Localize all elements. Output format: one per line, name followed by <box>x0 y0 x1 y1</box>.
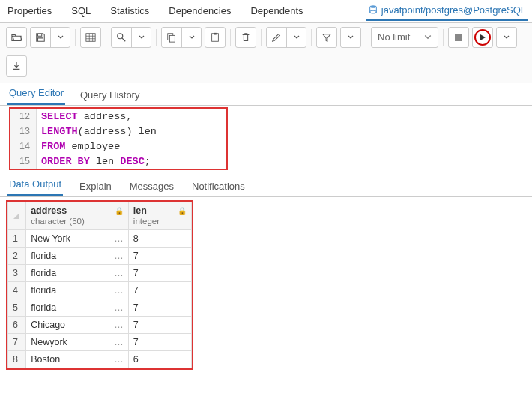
find-button[interactable] <box>111 27 151 48</box>
row-number[interactable]: 8 <box>8 351 26 368</box>
cell-len[interactable]: 7 <box>128 316 191 334</box>
save-dropdown[interactable] <box>50 28 70 47</box>
tab-query-history[interactable]: Query History <box>79 86 141 105</box>
cell-address[interactable]: Chicago… <box>26 316 129 334</box>
tab-query-editor[interactable]: Query Editor <box>7 83 65 105</box>
chevron-down-icon <box>424 34 432 41</box>
cell-len[interactable]: 7 <box>128 248 191 265</box>
table-row[interactable]: 4florida…7 <box>8 282 192 299</box>
lock-icon: 🔒 <box>115 207 124 215</box>
line-number: 14 <box>10 139 37 154</box>
tab-statistics[interactable]: Statistics <box>107 2 152 20</box>
main-tab-bar: Properties SQL Statistics Dependencies D… <box>0 0 532 22</box>
code-text[interactable]: ORDER BY len DESC; <box>37 156 151 167</box>
copy-button[interactable] <box>161 27 202 48</box>
table-row[interactable]: 5florida…7 <box>8 299 192 316</box>
pencil-icon[interactable] <box>267 28 286 47</box>
row-number[interactable]: 7 <box>8 334 26 351</box>
database-icon <box>368 4 378 15</box>
connection-label: javatpoint/postgres@PostgreSQL <box>381 4 526 16</box>
cell-address[interactable]: florida… <box>26 282 129 299</box>
delete-button[interactable] <box>235 27 256 48</box>
table-row[interactable]: 6Chicago…7 <box>8 316 192 334</box>
tab-explain[interactable]: Explain <box>78 177 113 196</box>
svg-point-1 <box>369 10 376 14</box>
code-text[interactable]: LENGTH(address) len <box>37 126 157 137</box>
cell-address[interactable]: florida… <box>26 248 129 265</box>
code-text[interactable]: FROM employee <box>37 141 120 152</box>
cell-address[interactable]: New York… <box>26 230 129 248</box>
editor-line[interactable]: 14FROM employee <box>10 139 226 154</box>
cell-address[interactable]: florida… <box>26 265 129 282</box>
cell-len[interactable]: 7 <box>128 265 191 282</box>
svg-point-0 <box>369 5 376 8</box>
save-button[interactable] <box>30 27 70 48</box>
stop-button[interactable] <box>448 27 469 48</box>
editor-line[interactable]: 13LENGTH(address) len <box>10 124 226 139</box>
edit-dropdown[interactable] <box>286 28 306 47</box>
tab-messages[interactable]: Messages <box>128 177 175 196</box>
row-number[interactable]: 1 <box>8 230 26 248</box>
corner-cell[interactable] <box>8 202 26 230</box>
edit-grid-button[interactable] <box>80 27 101 48</box>
cell-len[interactable]: 7 <box>128 334 191 351</box>
table-row[interactable]: 7Newyork…7 <box>8 334 192 351</box>
row-number[interactable]: 6 <box>8 316 26 334</box>
tab-connection[interactable]: javatpoint/postgres@PostgreSQL <box>366 2 528 21</box>
sql-editor-highlight: 12SELECT address,13LENGTH(address) len14… <box>9 107 228 170</box>
table-row[interactable]: 3florida…7 <box>8 265 192 282</box>
paste-button[interactable] <box>205 27 226 48</box>
copy-dropdown[interactable] <box>181 28 201 47</box>
code-text[interactable]: SELECT address, <box>37 111 133 122</box>
output-tab-bar: Data Output Explain Messages Notificatio… <box>0 175 532 197</box>
play-icon <box>474 29 491 46</box>
table-row[interactable]: 2florida…7 <box>8 248 192 265</box>
column-header-address[interactable]: address character (50) 🔒 <box>26 202 129 230</box>
cell-address[interactable]: Boston… <box>26 351 129 368</box>
line-number: 12 <box>10 109 37 124</box>
copy-icon[interactable] <box>162 28 181 47</box>
result-grid[interactable]: address character (50) 🔒 len integer 🔒 1… <box>7 202 192 368</box>
svg-point-3 <box>118 33 123 38</box>
toolbar: No limit <box>0 22 532 52</box>
download-button[interactable] <box>6 56 27 76</box>
cell-address[interactable]: Newyork… <box>26 334 129 351</box>
row-number[interactable]: 5 <box>8 299 26 316</box>
row-number[interactable]: 4 <box>8 282 26 299</box>
tab-dependents[interactable]: Dependents <box>247 2 306 20</box>
editor-line[interactable]: 15ORDER BY len DESC; <box>10 154 226 169</box>
filter-dropdown[interactable] <box>340 27 361 48</box>
save-icon[interactable] <box>31 28 50 47</box>
tab-notifications[interactable]: Notifications <box>190 177 247 196</box>
limit-label: No limit <box>378 32 410 43</box>
svg-rect-7 <box>214 32 217 34</box>
cell-len[interactable]: 6 <box>128 351 191 368</box>
tab-properties[interactable]: Properties <box>4 2 55 20</box>
cell-len[interactable]: 7 <box>128 299 191 316</box>
row-number[interactable]: 2 <box>8 248 26 265</box>
row-number[interactable]: 3 <box>8 265 26 282</box>
lock-icon: 🔒 <box>178 207 187 215</box>
edit-button[interactable] <box>266 27 306 48</box>
sql-editor[interactable]: 12SELECT address,13LENGTH(address) len14… <box>10 109 226 169</box>
tab-data-output[interactable]: Data Output <box>7 175 63 196</box>
toolbar-row-2 <box>0 52 532 83</box>
search-icon[interactable] <box>112 28 131 47</box>
limit-select[interactable]: No limit <box>371 27 438 48</box>
query-tab-bar: Query Editor Query History <box>0 83 532 106</box>
cell-len[interactable]: 7 <box>128 282 191 299</box>
open-file-button[interactable] <box>6 27 27 48</box>
table-row[interactable]: 1New York…8 <box>8 230 192 248</box>
tab-dependencies[interactable]: Dependencies <box>166 2 234 20</box>
cell-len[interactable]: 8 <box>128 230 191 248</box>
line-number: 13 <box>10 124 37 139</box>
editor-line[interactable]: 12SELECT address, <box>10 109 226 124</box>
execute-button[interactable] <box>472 27 493 48</box>
filter-button[interactable] <box>316 27 337 48</box>
cell-address[interactable]: florida… <box>26 299 129 316</box>
execute-dropdown[interactable] <box>496 27 517 48</box>
table-row[interactable]: 8Boston…6 <box>8 351 192 368</box>
column-header-len[interactable]: len integer 🔒 <box>128 202 191 230</box>
find-dropdown[interactable] <box>131 28 151 47</box>
tab-sql[interactable]: SQL <box>68 2 94 20</box>
